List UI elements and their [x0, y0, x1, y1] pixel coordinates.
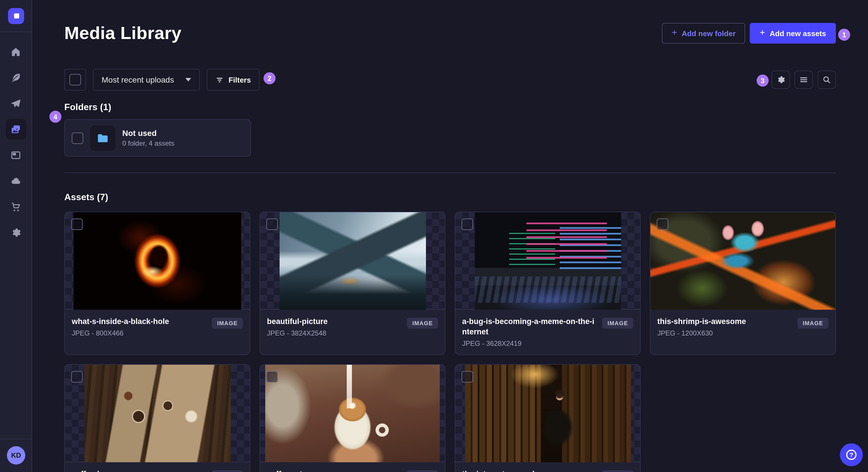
- chevron-down-icon: [185, 78, 191, 81]
- filters-button[interactable]: Filters: [207, 69, 259, 91]
- annotation-badge-2: 2: [264, 72, 276, 84]
- search-button[interactable]: [817, 71, 836, 89]
- asset-preview[interactable]: [260, 212, 445, 310]
- home-icon: [10, 46, 21, 57]
- asset-checkbox[interactable]: [267, 371, 278, 382]
- asset-preview[interactable]: [260, 365, 445, 462]
- asset-card[interactable]: coffee-artJPEG - 5824X3259IMAGE: [259, 364, 445, 472]
- assets-section: Assets (7) what-s-inside-a-black-holeJPE…: [64, 192, 836, 472]
- asset-checkbox[interactable]: [462, 371, 473, 382]
- toolbar-left: Most recent uploads Filters: [64, 69, 259, 91]
- page-header: Media Library + Add new folder + Add new…: [64, 0, 836, 43]
- asset-text: this-shrimp-is-awesomeJPEG - 1200X630: [657, 316, 793, 337]
- asset-meta: JPEG - 1200X630: [657, 329, 793, 337]
- asset-checkbox[interactable]: [267, 218, 278, 230]
- asset-thumbnail: [73, 212, 241, 310]
- folders-section: Folders (1) Not used 0 folder, 4 assets: [64, 102, 836, 157]
- sidebar-item-marketplace[interactable]: [5, 196, 26, 217]
- asset-type-badge: IMAGE: [407, 318, 438, 329]
- media-library-page: KD Media Library + Add new folder + Add …: [0, 0, 868, 472]
- asset-text: coffee-artJPEG - 5824X3259: [267, 469, 402, 472]
- sidebar-item-settings[interactable]: [5, 222, 26, 243]
- folder-card[interactable]: Not used 0 folder, 4 assets: [64, 119, 251, 157]
- list-view-button[interactable]: [795, 71, 813, 89]
- help-button[interactable]: ?: [840, 443, 863, 466]
- strapi-logo[interactable]: [8, 8, 24, 24]
- sidebar-item-deploy[interactable]: [5, 170, 26, 191]
- sidebar-nav: [5, 32, 26, 243]
- asset-card[interactable]: beautiful-pictureJPEG - 3824X2548IMAGE: [259, 212, 445, 355]
- asset-info: the-internet-s-own-boyJPEG - 1200X707IMA…: [455, 462, 640, 472]
- sidebar-item-content-type-builder[interactable]: [5, 144, 26, 165]
- asset-preview[interactable]: [455, 365, 640, 462]
- asset-title: the-internet-s-own-boy: [462, 469, 598, 472]
- asset-card[interactable]: coffee-beansJPEG - 5021X3347IMAGE: [64, 364, 250, 472]
- asset-checkbox[interactable]: [71, 371, 83, 382]
- asset-text: coffee-beansJPEG - 5021X3347: [72, 469, 207, 472]
- toolbar-right: [772, 71, 836, 89]
- asset-preview[interactable]: [455, 212, 640, 310]
- select-all-checkbox[interactable]: [69, 74, 81, 86]
- asset-info: beautiful-pictureJPEG - 3824X2548IMAGE: [260, 310, 445, 355]
- sidebar-item-home[interactable]: [5, 41, 26, 62]
- asset-text: what-s-inside-a-black-holeJPEG - 800X466: [72, 316, 207, 337]
- asset-type-badge: IMAGE: [602, 470, 633, 472]
- folder-checkbox[interactable]: [72, 132, 83, 144]
- folder-meta: 0 folder, 4 assets: [122, 139, 174, 147]
- asset-type-badge: IMAGE: [602, 318, 633, 329]
- folder-icon-tile: [90, 125, 115, 150]
- asset-thumbnail: [265, 365, 440, 462]
- asset-card[interactable]: the-internet-s-own-boyJPEG - 1200X707IMA…: [455, 364, 641, 472]
- asset-type-badge: IMAGE: [407, 470, 438, 472]
- asset-card[interactable]: this-shrimp-is-awesomeJPEG - 1200X630IMA…: [650, 212, 836, 355]
- folder-text: Not used 0 folder, 4 assets: [122, 129, 174, 147]
- strapi-logo-icon: [10, 10, 22, 22]
- asset-type-badge: IMAGE: [212, 318, 243, 329]
- asset-checkbox[interactable]: [71, 218, 83, 230]
- filters-label: Filters: [228, 75, 251, 84]
- asset-thumbnail: [84, 365, 230, 462]
- asset-meta: JPEG - 800X466: [72, 329, 207, 337]
- header-actions: + Add new folder + Add new assets: [662, 23, 836, 43]
- asset-preview[interactable]: [65, 365, 250, 462]
- sidebar-bottom-divider: [0, 439, 32, 439]
- filter-icon: [215, 75, 224, 84]
- asset-info: a-bug-is-becoming-a-meme-on-the-internet…: [455, 310, 640, 355]
- asset-text: beautiful-pictureJPEG - 3824X2548: [267, 316, 402, 337]
- asset-card[interactable]: a-bug-is-becoming-a-meme-on-the-internet…: [455, 212, 641, 355]
- sidebar-item-releases[interactable]: [5, 93, 26, 113]
- annotation-badge-4: 4: [50, 111, 61, 123]
- sort-dropdown-value: Most recent uploads: [102, 75, 174, 84]
- asset-text: the-internet-s-own-boyJPEG - 1200X707: [462, 469, 598, 472]
- select-all-container: [64, 69, 86, 91]
- asset-info: what-s-inside-a-black-holeJPEG - 800X466…: [65, 310, 250, 355]
- asset-checkbox[interactable]: [462, 218, 473, 230]
- sort-dropdown[interactable]: Most recent uploads: [93, 69, 200, 91]
- asset-thumbnail: [650, 212, 835, 310]
- main-content: Media Library + Add new folder + Add new…: [32, 0, 868, 472]
- annotation-badge-3: 3: [756, 74, 769, 87]
- asset-title: a-bug-is-becoming-a-meme-on-the-internet: [462, 316, 598, 337]
- asset-info: this-shrimp-is-awesomeJPEG - 1200X630IMA…: [650, 310, 835, 355]
- asset-info: coffee-artJPEG - 5824X3259IMAGE: [260, 462, 445, 472]
- asset-preview[interactable]: [65, 212, 250, 310]
- plus-icon: +: [760, 28, 765, 37]
- asset-card[interactable]: what-s-inside-a-black-holeJPEG - 800X466…: [64, 212, 250, 355]
- paper-plane-icon: [10, 98, 21, 109]
- sidebar-item-content-manager[interactable]: [5, 67, 26, 88]
- user-avatar[interactable]: KD: [7, 446, 25, 465]
- asset-type-badge: IMAGE: [797, 318, 828, 329]
- folder-icon: [96, 131, 110, 145]
- sidebar: KD: [0, 0, 32, 472]
- sidebar-item-media-library[interactable]: [5, 119, 26, 139]
- add-new-assets-button[interactable]: + Add new assets: [750, 23, 836, 43]
- asset-title: beautiful-picture: [267, 316, 402, 327]
- asset-meta: JPEG - 3824X2548: [267, 329, 402, 337]
- asset-checkbox[interactable]: [657, 218, 668, 230]
- feather-icon: [10, 72, 21, 83]
- asset-preview[interactable]: [650, 212, 835, 310]
- asset-grid: what-s-inside-a-black-holeJPEG - 800X466…: [64, 212, 836, 472]
- asset-title: coffee-beans: [72, 469, 207, 472]
- add-new-folder-button[interactable]: + Add new folder: [662, 23, 745, 43]
- view-settings-button[interactable]: [772, 71, 790, 89]
